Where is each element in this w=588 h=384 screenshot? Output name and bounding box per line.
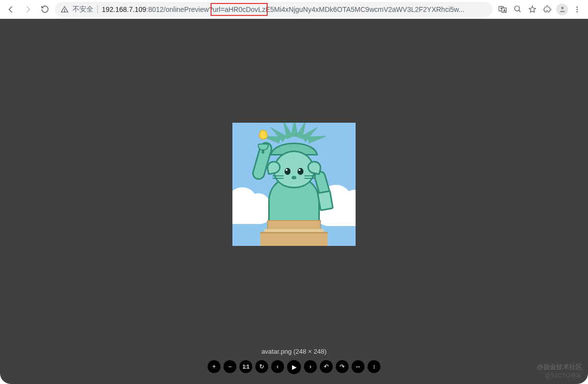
flip-horizontal-button[interactable]: ↔ [352,360,365,373]
zoom-icon [514,5,522,13]
svg-point-0 [64,11,65,11]
redo-button[interactable]: ↷ [336,360,349,373]
translate-button[interactable] [496,2,510,16]
url-text: 192.168.7.109:8012/onlinePreview?url=aHR… [102,5,487,13]
zoom-out-button[interactable]: − [223,360,236,373]
back-button[interactable] [4,2,18,16]
watermark: @掘金技术社区 @51CTO博客 [537,363,582,380]
menu-icon [573,5,581,13]
illustration-pedestal [260,220,328,246]
illustration-statue [252,128,336,226]
preview-image[interactable] [232,123,356,246]
actual-size-button[interactable]: 1:1 [239,360,252,373]
forward-icon [23,5,32,14]
image-filename: avatar.png [261,348,292,355]
rotate-button[interactable]: ↻ [255,360,268,373]
viewer-toolbar: + − 1:1 ↻ ‹ ▶ › ↶ ↷ ↔ ↕ [208,360,380,374]
profile-icon [556,3,568,15]
image-viewer: avatar.png (248 × 248) + − 1:1 ↻ ‹ ▶ › ↶… [0,19,588,384]
browser-toolbar: 不安全 192.168.7.109:8012/onlinePreview?url… [0,0,588,19]
svg-point-5 [577,6,578,8]
next-button[interactable]: › [304,360,317,373]
reload-icon [41,5,49,13]
zoom-in-button[interactable]: + [208,360,220,373]
flip-vertical-button[interactable]: ↕ [368,360,380,373]
bookmark-button[interactable] [525,2,539,16]
image-dimensions: (248 × 248) [294,348,327,355]
separator [97,5,98,13]
warning-icon [61,5,69,13]
prev-button[interactable]: ‹ [271,360,284,373]
image-caption: avatar.png (248 × 248) [0,348,588,355]
forward-button[interactable] [21,2,35,16]
chrome-right-icons [496,2,584,16]
menu-button[interactable] [570,2,584,16]
translate-icon [498,5,507,14]
star-icon [528,5,537,14]
reload-button[interactable] [38,2,52,16]
watermark-line: @51CTO博客 [537,372,582,380]
svg-point-4 [561,7,564,9]
address-bar[interactable]: 不安全 192.168.7.109:8012/onlinePreview?url… [55,2,493,17]
extensions-button[interactable] [540,2,554,16]
svg-point-7 [577,11,578,12]
insecure-label: 不安全 [73,5,93,14]
extensions-icon [543,5,552,13]
watermark-line: @掘金技术社区 [537,363,582,372]
play-button[interactable]: ▶ [287,360,301,374]
profile-button[interactable] [555,2,569,16]
back-icon [6,5,15,14]
zoom-button[interactable] [511,2,524,16]
svg-point-6 [577,8,578,10]
undo-button[interactable]: ↶ [320,360,333,373]
svg-point-3 [514,6,519,11]
